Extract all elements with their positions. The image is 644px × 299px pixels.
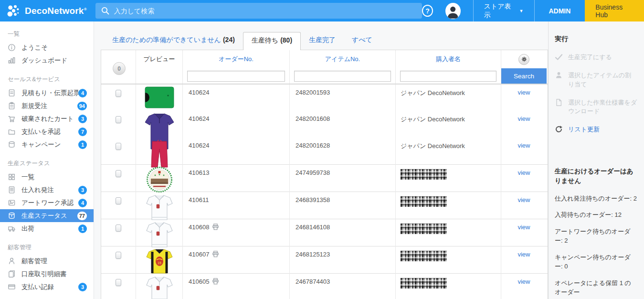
- sidebar-section-title: 生産ステータス: [0, 156, 94, 171]
- table-row: 410605 2467874403 view: [101, 273, 548, 299]
- search-input[interactable]: [114, 7, 416, 15]
- redacted-buyer-name: [401, 278, 447, 288]
- order-number: 410605: [189, 278, 209, 285]
- sidebar-item[interactable]: 口座取引明細書: [0, 267, 94, 280]
- view-link[interactable]: view: [517, 251, 530, 276]
- item-no-filter-input[interactable]: [294, 71, 391, 82]
- tab[interactable]: 生産のための準備ができていません(24): [104, 32, 243, 50]
- action-item[interactable]: 生産完了にする: [555, 53, 637, 62]
- admin-button[interactable]: ADMIN: [534, 0, 585, 21]
- view-link[interactable]: view: [517, 278, 530, 299]
- printer-icon[interactable]: [212, 251, 219, 257]
- document-lines-icon: [8, 186, 16, 194]
- business-hub-button[interactable]: Business Hub: [585, 0, 644, 21]
- cart-icon: [8, 115, 16, 123]
- svg-text:15: 15: [158, 261, 161, 265]
- printer-icon[interactable]: [212, 278, 219, 285]
- item-number: 2474959738: [290, 165, 396, 194]
- tab[interactable]: すべて: [344, 32, 380, 50]
- action-item[interactable]: 選択した作業仕様書をダウンロード: [555, 98, 637, 117]
- count-badge: 3: [78, 283, 87, 291]
- sidebar-item[interactable]: 出荷 1: [0, 222, 94, 235]
- info-icon: [8, 43, 16, 52]
- order-number: 410607: [189, 251, 209, 258]
- count-badge: 3: [78, 115, 87, 123]
- order-number: 410608: [189, 224, 209, 231]
- sidebar-item[interactable]: 生産ステータス 77: [0, 209, 94, 222]
- column-header-buyer[interactable]: 購入者名: [436, 55, 461, 64]
- sidebar: 一覧 ようこそ ダッシュボード セールス&サービス 見積もり・伝票起票 4 新規…: [0, 21, 94, 299]
- row-checkbox[interactable]: [116, 224, 121, 232]
- row-checkbox[interactable]: [116, 197, 121, 204]
- order-number: 410624: [189, 142, 209, 149]
- redacted-buyer-name: [401, 196, 447, 207]
- sidebar-item[interactable]: 新規受注 94: [0, 99, 94, 112]
- row-checkbox[interactable]: [116, 279, 121, 286]
- quote-document-icon: [8, 89, 16, 97]
- view-link[interactable]: view: [517, 224, 530, 249]
- assign-person-icon: [555, 71, 563, 79]
- folder-icon: [8, 128, 16, 136]
- sidebar-item[interactable]: キャンペーン 1: [0, 138, 94, 151]
- table-row: 410624 2482001608 ジャパン DecoNetwork view: [101, 111, 548, 138]
- printer-icon[interactable]: [212, 224, 219, 230]
- view-link[interactable]: view: [517, 196, 530, 222]
- sidebar-item[interactable]: 破棄されたカート 3: [0, 112, 94, 125]
- sidebar-item[interactable]: 見積もり・伝票起票 4: [0, 86, 94, 99]
- sidebar-item[interactable]: 支払い記録 3: [0, 280, 94, 293]
- column-header-item-no[interactable]: アイテムNo.: [325, 55, 360, 64]
- table-row: 410624 2482001593 ジャパン DecoNetwork view: [101, 84, 548, 111]
- table-row: 410608 2468146108 view: [101, 219, 548, 246]
- row-checkbox[interactable]: [116, 170, 121, 177]
- tab[interactable]: 生産待ち(80): [243, 32, 301, 50]
- bucket-icon: [8, 140, 16, 149]
- column-header-order-no[interactable]: オーダーNo.: [219, 55, 253, 64]
- tab[interactable]: 生産完了: [301, 32, 344, 50]
- preview-round-badge: [147, 167, 172, 194]
- row-checkbox[interactable]: [116, 116, 121, 123]
- view-link[interactable]: view: [517, 169, 530, 194]
- sidebar-item[interactable]: 仕入れ発注 3: [0, 183, 94, 196]
- table-row: 410611 2468391358 view: [101, 192, 548, 219]
- sidebar-item[interactable]: ようこそ: [0, 41, 94, 54]
- count-badge: 4: [78, 89, 87, 97]
- sidebar-item[interactable]: ダッシュボード: [0, 54, 94, 67]
- avatar[interactable]: [445, 3, 460, 19]
- gear-icon: [521, 56, 527, 62]
- buyer-name: ジャパン DecoNetwork: [401, 142, 465, 150]
- sidebar-item[interactable]: 一覧: [0, 171, 94, 183]
- buyer-name: ジャパン DecoNetwork: [401, 89, 465, 96]
- sidebar-item[interactable]: 支払いを承認 7: [0, 125, 94, 138]
- user-silhouette-icon: [445, 3, 460, 19]
- sidebar-item[interactable]: アートワーク承認 4: [0, 196, 94, 209]
- help-icon[interactable]: ?: [422, 5, 433, 17]
- action-item[interactable]: リスト更新: [555, 125, 637, 134]
- item-number: 2468391358: [290, 192, 396, 222]
- statements-icon: [8, 270, 16, 278]
- person-icon: [8, 257, 16, 265]
- store-view-dropdown[interactable]: ストア表示 ▼: [474, 0, 534, 21]
- search-button[interactable]: Search: [501, 68, 547, 84]
- sidebar-section-title: セールス&サービス: [0, 72, 94, 86]
- order-no-filter-input[interactable]: [187, 71, 285, 82]
- preview-green-jacket: [145, 86, 174, 111]
- action-item[interactable]: 選択したアイテムの割り当て: [555, 71, 637, 89]
- view-link[interactable]: view: [517, 89, 530, 111]
- production-bucket-icon: [8, 212, 16, 220]
- item-number: 2468146108: [290, 219, 396, 249]
- production-table: 0 プレビュー オーダーNo. アイテムNo. 購入者名 S: [101, 50, 548, 299]
- count-badge: 77: [77, 212, 87, 220]
- row-checkbox[interactable]: [116, 252, 121, 259]
- column-settings-button[interactable]: [518, 54, 529, 65]
- refresh-icon: [555, 125, 563, 133]
- buyer-filter-input[interactable]: [400, 71, 496, 82]
- row-checkbox[interactable]: [116, 90, 121, 97]
- status-line: オペレータによる保留 1 のオーダー: [555, 278, 637, 297]
- brand[interactable]: DecoNetwork®: [0, 3, 95, 19]
- row-checkbox[interactable]: [116, 143, 121, 150]
- sidebar-item[interactable]: 顧客管理: [0, 255, 94, 267]
- sidebar-section-title: 一覧: [0, 26, 94, 41]
- buyer-name: ジャパン DecoNetwork: [401, 116, 465, 123]
- preview-red-pants: [149, 139, 170, 171]
- sidebar-section: 顧客管理 顧客管理 口座取引明細書 支払い記録 3: [0, 240, 94, 293]
